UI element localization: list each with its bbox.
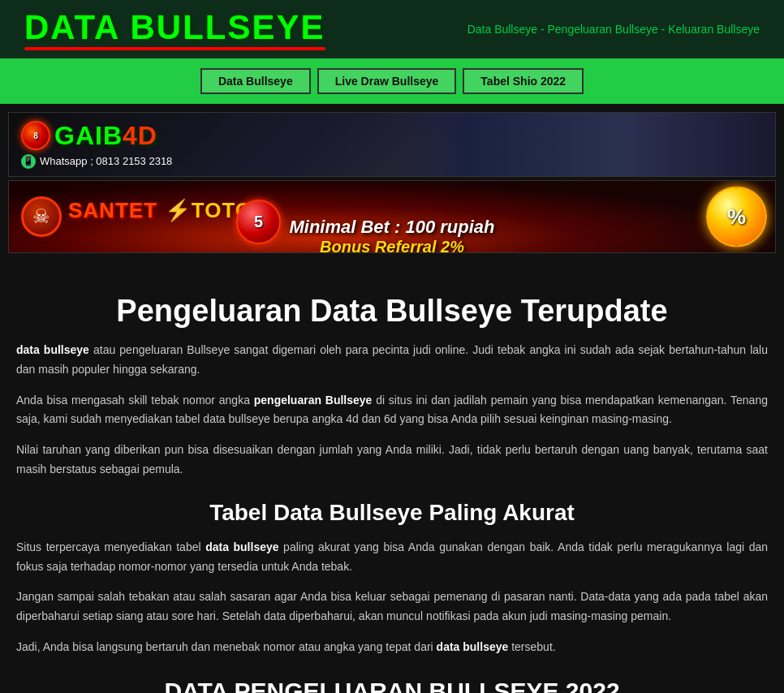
heading-pengeluaran: Pengeluaran Data Bullseye Terupdate: [16, 294, 768, 329]
page-header: DATA BULLSEYE Data Bullseye - Pengeluara…: [0, 0, 784, 58]
para4-bold: data bullseye: [205, 540, 278, 553]
para4: Situs terpercaya menyediakan tabel data …: [16, 538, 768, 577]
para6-text-c: tersebut.: [508, 640, 555, 653]
para2-text-a: Anda bisa mengasah skill tebak nomor ang…: [16, 394, 254, 407]
main-content: Pengeluaran Data Bullseye Terupdate data…: [0, 261, 784, 693]
gaib4d-name: GAIB4D: [54, 121, 157, 151]
banner1-whatsapp: 📱 Whatsapp ; 0813 2153 2318: [21, 154, 763, 169]
navigation: Data Bullseye Live Draw Bullseye Tabel S…: [0, 58, 784, 104]
nav-btn-data-bullseye[interactable]: Data Bullseye: [200, 68, 311, 94]
banner2-logo-wrap: ☠ SANTET ⚡TOTO: [21, 196, 252, 237]
banner2-red-ball: 5: [236, 200, 281, 244]
site-logo: DATA BULLSEYE: [24, 8, 325, 50]
para3: Nilai taruhan yang diberikan pun bisa di…: [16, 441, 768, 480]
heading-tabel: Tabel Data Bullseye Paling Akurat: [16, 500, 768, 526]
para1-text: atau pengeluaran Bullseye sangat digemar…: [16, 343, 768, 376]
banner-area: 8 GAIB4D 📱 Whatsapp ; 0813 2153 2318 ☠ S…: [0, 104, 784, 261]
santettoto-doll-icon: ☠: [21, 196, 62, 237]
para1-bold: data bullseye: [16, 343, 89, 356]
para5: Jangan sampai salah tebakan atau salah s…: [16, 588, 768, 626]
nav-btn-tabel-shio[interactable]: Tabel Shio 2022: [463, 68, 584, 94]
heading-data-pengeluaran: DATA PENGELUARAN BULLSEYE 2022: [16, 678, 768, 693]
header-subtitle: Data Bullseye - Pengeluaran Bullseye - K…: [467, 23, 760, 36]
banner2-line2: Bonus Referral 2%: [249, 238, 535, 253]
banner2-billiard-ball: %: [706, 187, 767, 248]
gaib4d-ball-icon: 8: [21, 121, 50, 150]
banner1-logo: 8 GAIB4D: [21, 121, 763, 151]
para2: Anda bisa mengasah skill tebak nomor ang…: [16, 391, 768, 430]
banner1-left: 8 GAIB4D 📱 Whatsapp ; 0813 2153 2318: [21, 121, 763, 169]
para1: data bullseye atau pengeluaran Bullseye …: [16, 341, 768, 380]
nav-btn-live-draw[interactable]: Live Draw Bullseye: [317, 68, 457, 94]
para4-text-a: Situs terpercaya menyediakan tabel: [16, 540, 205, 553]
banner2-line1: Minimal Bet : 100 rupiah: [249, 217, 535, 238]
banner-gaib4d[interactable]: 8 GAIB4D 📱 Whatsapp ; 0813 2153 2318: [8, 112, 776, 177]
para6: Jadi, Anda bisa langsung bertaruh dan me…: [16, 638, 768, 657]
para6-text-a: Jadi, Anda bisa langsung bertaruh dan me…: [16, 640, 437, 653]
banner-santettoto[interactable]: ☠ SANTET ⚡TOTO Minimal Bet : 100 rupiah …: [8, 180, 776, 253]
banner2-tagline: Minimal Bet : 100 rupiah Bonus Referral …: [249, 217, 535, 253]
para2-bold: pengeluaran Bullseye: [254, 394, 373, 407]
whatsapp-icon: 📱: [21, 154, 36, 169]
para6-bold: data bullseye: [437, 640, 509, 653]
